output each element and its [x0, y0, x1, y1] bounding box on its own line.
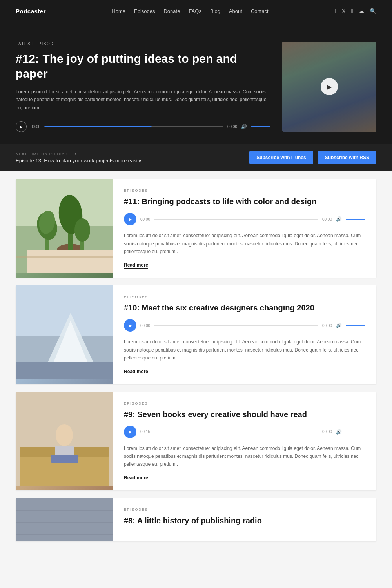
- hero-description: Lorem ipsum dolor sit amet, consectetuer…: [16, 88, 270, 112]
- episode-volume-bar[interactable]: [346, 325, 365, 326]
- episode-thumbnail: [16, 392, 113, 490]
- episode-read-more-link[interactable]: Read more: [124, 475, 148, 481]
- svg-rect-12: [27, 250, 113, 273]
- nav-episodes[interactable]: Episodes: [134, 8, 155, 14]
- episode-thumbnail-partial: [16, 498, 113, 541]
- episode-thumbnail: [16, 179, 113, 278]
- episode-list: EPISODES #11: Bringing podcasts to life …: [0, 171, 392, 557]
- nav-faqs[interactable]: FAQs: [189, 8, 201, 14]
- hero-volume-icon[interactable]: 🔊: [241, 124, 247, 129]
- hero-volume-bar[interactable]: [251, 126, 270, 127]
- nav-donate[interactable]: Donate: [163, 8, 180, 14]
- episode-play-button[interactable]: ▶: [124, 213, 136, 225]
- episode-card-partial: EPISODES #8: A little history of publish…: [16, 498, 376, 541]
- episode-progress-bar[interactable]: [154, 325, 318, 326]
- episode-play-button[interactable]: ▶: [124, 319, 136, 332]
- hero-player: ▶ 00:00 00:00 🔊: [16, 121, 270, 132]
- facebook-icon[interactable]: f: [334, 8, 336, 14]
- hero-section: Latest Episode #12: The joy of putting i…: [0, 22, 392, 144]
- nav-social-icons: f 𝕏  ☁ 🔍: [334, 8, 376, 14]
- soundcloud-icon[interactable]: ☁: [359, 8, 364, 14]
- twitter-icon[interactable]: 𝕏: [341, 8, 346, 14]
- episode-volume-icon[interactable]: 🔊: [336, 429, 342, 435]
- episode-volume-icon[interactable]: 🔊: [336, 216, 342, 222]
- episode-player: ▶ 00:00 00:00 🔊: [124, 319, 365, 332]
- episode-title: #9: Seven books every creative should ha…: [124, 409, 365, 419]
- episode-progress-bar[interactable]: [154, 219, 318, 220]
- episode-volume-bar[interactable]: [346, 432, 365, 432]
- svg-rect-29: [16, 534, 113, 535]
- apple-icon[interactable]: : [351, 8, 353, 14]
- episode-time-current: 00:00: [140, 323, 150, 328]
- svg-rect-13: [16, 256, 113, 258]
- hero-label: Latest Episode: [16, 42, 270, 46]
- navbar: Podcaster Home Episodes Donate FAQs Blog…: [0, 0, 392, 22]
- episode-player: ▶ 00:15 00:00 🔊: [124, 426, 365, 438]
- nav-home[interactable]: Home: [112, 8, 125, 14]
- site-logo[interactable]: Podcaster: [16, 8, 46, 15]
- episode-content: EPISODES #10: Meet the six creative desi…: [113, 285, 376, 384]
- hero-progress-bar[interactable]: [44, 126, 223, 127]
- episode-partial-content: EPISODES #8: A little history of publish…: [113, 498, 376, 541]
- episode-time-total: 00:00: [322, 323, 332, 328]
- episode-card: EPISODES #11: Bringing podcasts to life …: [16, 179, 376, 278]
- next-episode-info: NEXT TIME ON PODCASTER Episode 13: How t…: [16, 152, 141, 163]
- nav-blog[interactable]: Blog: [210, 8, 220, 14]
- episode-volume-bar[interactable]: [346, 219, 365, 220]
- hero-video-play-button[interactable]: ▶: [321, 78, 338, 95]
- episode-read-more-link[interactable]: Read more: [124, 262, 148, 269]
- nav-contact[interactable]: Contact: [251, 8, 269, 14]
- episode-content: EPISODES #9: Seven books every creative …: [113, 392, 376, 490]
- episode-time-total: 00:00: [322, 217, 332, 221]
- episode-thumbnail: [16, 285, 113, 384]
- episode-partial-title: #8: A little history of publishing radio: [124, 515, 365, 526]
- episode-category: EPISODES: [124, 401, 365, 405]
- hero-time-current: 00:00: [31, 125, 40, 129]
- next-episode-bar: NEXT TIME ON PODCASTER Episode 13: How t…: [0, 144, 392, 171]
- episode-title: #10: Meet the six creative designers cha…: [124, 303, 365, 313]
- episode-category: EPISODES: [124, 295, 365, 299]
- hero-progress-fill: [44, 126, 152, 127]
- subscribe-buttons: Subscribe with iTunes Subscribe with RSS: [249, 151, 376, 164]
- hero-image: ▶: [282, 42, 376, 132]
- svg-rect-27: [16, 510, 113, 511]
- hero-left: Latest Episode #12: The joy of putting i…: [16, 42, 270, 144]
- next-episode-label: NEXT TIME ON PODCASTER: [16, 152, 141, 156]
- svg-rect-24: [51, 455, 78, 463]
- svg-rect-26: [16, 498, 113, 541]
- nav-about[interactable]: About: [229, 8, 242, 14]
- episode-volume-icon[interactable]: 🔊: [336, 323, 342, 328]
- svg-point-22: [56, 424, 73, 446]
- hero-image-container: ▶: [282, 42, 376, 144]
- subscribe-itunes-button[interactable]: Subscribe with iTunes: [249, 151, 313, 164]
- search-icon[interactable]: 🔍: [370, 8, 376, 14]
- episode-partial-category: EPISODES: [124, 508, 365, 512]
- episode-description: Lorem ipsum dolor sit amet, consectetuer…: [124, 338, 365, 362]
- hero-play-button[interactable]: ▶: [16, 121, 27, 132]
- svg-rect-18: [16, 362, 113, 379]
- episode-time-current: 00:15: [140, 430, 150, 434]
- episode-time-current: 00:00: [140, 217, 150, 221]
- episode-content: EPISODES #11: Bringing podcasts to life …: [113, 179, 376, 278]
- episode-card: EPISODES #10: Meet the six creative desi…: [16, 285, 376, 384]
- episode-category: EPISODES: [124, 189, 365, 192]
- nav-links: Home Episodes Donate FAQs Blog About Con…: [112, 7, 268, 15]
- svg-rect-28: [16, 522, 113, 523]
- episode-description: Lorem ipsum dolor sit amet, consectetuer…: [124, 232, 365, 256]
- svg-point-11: [74, 218, 90, 242]
- episode-play-button[interactable]: ▶: [124, 426, 136, 438]
- episode-player: ▶ 00:00 00:00 🔊: [124, 213, 365, 225]
- episode-title: #11: Bringing podcasts to life with colo…: [124, 196, 365, 207]
- episode-time-total: 00:00: [322, 430, 332, 434]
- next-episode-title: Episode 13: How to plan your work projec…: [16, 158, 141, 163]
- episode-progress-bar[interactable]: [154, 432, 318, 432]
- subscribe-rss-button[interactable]: Subscribe with RSS: [318, 151, 376, 164]
- episode-card: EPISODES #9: Seven books every creative …: [16, 392, 376, 490]
- episode-read-more-link[interactable]: Read more: [124, 369, 148, 375]
- hero-time-total: 00:00: [227, 125, 237, 129]
- hero-title: #12: The joy of putting ideas to pen and…: [16, 51, 270, 81]
- episode-description: Lorem ipsum dolor sit amet, consectetuer…: [124, 445, 365, 468]
